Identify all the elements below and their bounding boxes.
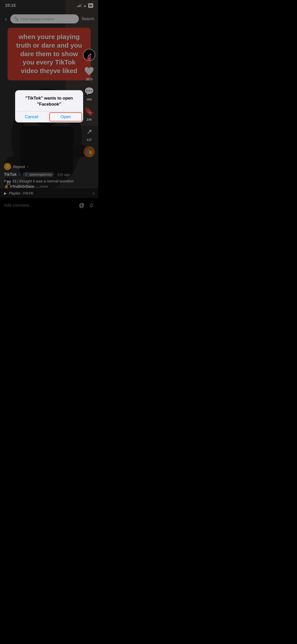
cancel-button[interactable]: Cancel: [15, 111, 48, 122]
dialog-buttons: Cancel Open: [15, 111, 83, 122]
dialog-overlay: "TikTok" wants to open "Facebook" Cancel…: [0, 0, 98, 213]
dialog-title: "TikTok" wants to open "Facebook": [25, 96, 73, 107]
open-button[interactable]: Open: [49, 112, 82, 121]
dialog-body: "TikTok" wants to open "Facebook": [15, 90, 83, 111]
dialog-box: "TikTok" wants to open "Facebook" Cancel…: [15, 90, 83, 123]
open-button-wrapper: Open: [48, 111, 83, 122]
